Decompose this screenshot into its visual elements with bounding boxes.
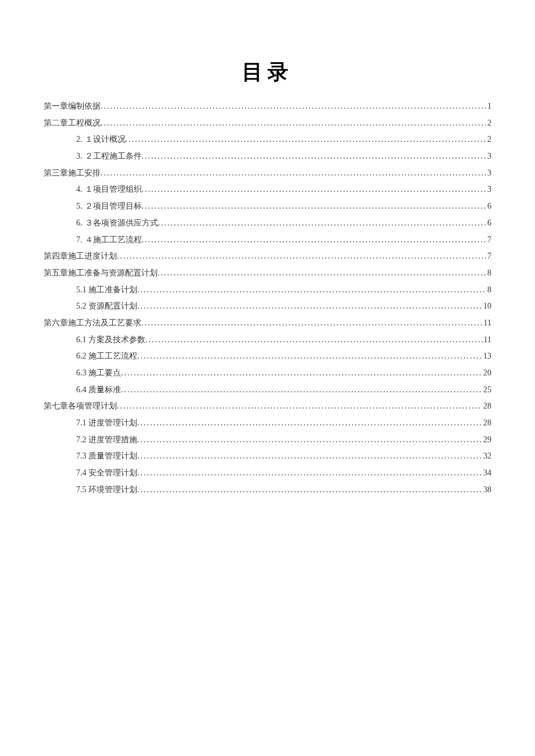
toc-page-number: 25 <box>482 382 491 399</box>
toc-entry: 第六章施工方法及工艺要求11 <box>44 315 491 332</box>
toc-entry: 6.4 质量标准25 <box>44 382 491 399</box>
toc-leader-dots <box>142 232 487 249</box>
toc-page-number: 28 <box>482 398 491 415</box>
toc-leader-dots <box>101 98 486 115</box>
toc-label: 第一章编制依据 <box>44 98 101 115</box>
toc-page-number: 2 <box>486 131 491 148</box>
toc-page-number: 13 <box>482 348 491 365</box>
toc-label: ２工程施工条件 <box>85 148 142 165</box>
toc-number: 3. <box>76 148 83 165</box>
toc-leader-dots <box>137 482 482 499</box>
toc-label: 7.5 环境管理计划 <box>76 482 137 499</box>
toc-label: 7.1 进度管理计划 <box>76 415 137 432</box>
toc-page-number: 3 <box>486 165 491 182</box>
toc-entry: 7.4 安全管理计划34 <box>44 465 491 482</box>
toc-label: ４施工工艺流程 <box>85 232 142 249</box>
toc-page-number: 20 <box>482 365 491 382</box>
toc-entry: 3.２工程施工条件 3 <box>44 148 491 165</box>
toc-page-number: 32 <box>482 448 491 465</box>
toc-page-number: 11 <box>483 315 491 332</box>
toc-number: 7. <box>76 232 83 249</box>
toc-label: 第七章各项管理计划 <box>44 398 117 415</box>
toc-page-number: 1 <box>486 98 491 115</box>
toc-page-number: 29 <box>482 432 491 449</box>
toc-leader-dots <box>142 148 487 165</box>
toc-page-number: 28 <box>482 415 491 432</box>
toc-entry: 6.３各项资源供应方式6 <box>44 215 491 232</box>
toc-leader-dots <box>101 165 486 182</box>
toc-page-number: 3 <box>486 181 491 198</box>
toc-leader-dots <box>126 131 487 148</box>
toc-entry: 6.1 方案及技术参数11 <box>44 332 491 349</box>
toc-entry: 6.3 施工要点20 <box>44 365 491 382</box>
toc-page-number: 8 <box>486 282 491 299</box>
toc-leader-dots <box>158 265 486 282</box>
toc-entry: 第四章施工进度计划7 <box>44 248 491 265</box>
toc-page-number: 38 <box>482 482 491 499</box>
toc-label: 5.2 资源配置计划 <box>76 298 137 315</box>
toc-entry: 5.1 施工准备计划8 <box>44 282 491 299</box>
toc-label: ２项目管理目标 <box>85 198 142 215</box>
toc-page-number: 2 <box>486 115 491 132</box>
toc-entry: 7.2 进度管理措施29 <box>44 432 491 449</box>
toc-label: １设计概况 <box>85 131 126 148</box>
toc-page-number: 8 <box>486 265 491 282</box>
toc-entry: 第七章各项管理计划28 <box>44 398 491 415</box>
toc-leader-dots <box>137 282 486 299</box>
toc-entry: 6.2 施工工艺流程13 <box>44 348 491 365</box>
toc-number: 6. <box>76 215 83 232</box>
toc-number: 4. <box>76 181 83 198</box>
toc-page-number: 6 <box>486 198 491 215</box>
toc-leader-dots <box>137 348 482 365</box>
toc-leader-dots <box>117 398 482 415</box>
toc-label: 6.3 施工要点 <box>76 365 121 382</box>
toc-page-number: 6 <box>486 215 491 232</box>
table-of-contents: 第一章编制依据1第二章工程概况22.１设计概况 23.２工程施工条件 3第三章施… <box>44 98 491 499</box>
toc-label: 第三章施工安排 <box>44 165 101 182</box>
toc-number: 2. <box>76 131 83 148</box>
toc-page-number: 3 <box>486 148 491 165</box>
toc-label: 6.4 质量标准 <box>76 382 121 399</box>
toc-entry: 5.２项目管理目标6 <box>44 198 491 215</box>
toc-entry: 第三章施工安排3 <box>44 165 491 182</box>
toc-entry: 7.４施工工艺流程7 <box>44 232 491 249</box>
toc-label: 5.1 施工准备计划 <box>76 282 137 299</box>
toc-page-number: 11 <box>483 332 491 349</box>
toc-page-number: 34 <box>482 465 491 482</box>
toc-label: 第五章施工准备与资源配置计划 <box>44 265 158 282</box>
toc-label: 6.2 施工工艺流程 <box>76 348 137 365</box>
toc-entry: 5.2 资源配置计划10 <box>44 298 491 315</box>
toc-leader-dots <box>121 365 482 382</box>
toc-leader-dots <box>137 432 482 449</box>
toc-entry: 第二章工程概况2 <box>44 115 491 132</box>
toc-page-number: 7 <box>486 248 491 265</box>
toc-label: 第四章施工进度计划 <box>44 248 117 265</box>
toc-entry: 2.１设计概况 2 <box>44 131 491 148</box>
toc-leader-dots <box>142 198 487 215</box>
toc-page-number: 10 <box>482 298 491 315</box>
toc-entry: 7.5 环境管理计划 38 <box>44 482 491 499</box>
toc-entry: 4.１项目管理组织3 <box>44 181 491 198</box>
toc-leader-dots <box>137 448 482 465</box>
toc-leader-dots <box>137 465 482 482</box>
toc-leader-dots <box>121 382 482 399</box>
toc-leader-dots <box>145 332 483 349</box>
toc-label: 7.2 进度管理措施 <box>76 432 137 449</box>
toc-leader-dots <box>117 248 486 265</box>
toc-label: ３各项资源供应方式 <box>85 215 158 232</box>
page-title: 目录 <box>44 58 491 87</box>
toc-label: １项目管理组织 <box>85 181 142 198</box>
toc-leader-dots <box>158 215 487 232</box>
toc-page-number: 7 <box>486 232 491 249</box>
toc-leader-dots <box>141 315 483 332</box>
toc-entry: 7.3 质量管理计划32 <box>44 448 491 465</box>
toc-entry: 7.1 进度管理计划28 <box>44 415 491 432</box>
toc-leader-dots <box>142 181 487 198</box>
toc-label: 7.3 质量管理计划 <box>76 448 137 465</box>
toc-number: 5. <box>76 198 83 215</box>
toc-label: 第二章工程概况 <box>44 115 101 132</box>
toc-entry: 第一章编制依据1 <box>44 98 491 115</box>
toc-entry: 第五章施工准备与资源配置计划8 <box>44 265 491 282</box>
toc-leader-dots <box>137 415 482 432</box>
toc-label: 第六章施工方法及工艺要求 <box>44 315 141 332</box>
